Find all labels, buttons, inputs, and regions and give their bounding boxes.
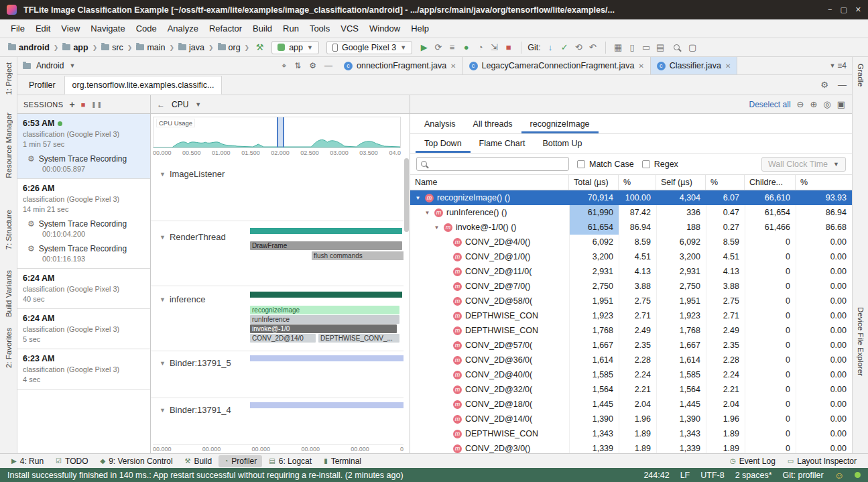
- collapse-all-icon[interactable]: ⇅: [294, 61, 301, 70]
- git-rollback-icon[interactable]: ↶: [586, 42, 599, 53]
- stage-selector[interactable]: CPU: [172, 100, 188, 109]
- status-message[interactable]: Install successfully finished in 140 ms.…: [7, 471, 633, 480]
- trace-recording-item[interactable]: ⚙System Trace Recording: [21, 154, 146, 164]
- menu-code[interactable]: Code: [131, 21, 162, 36]
- table-row[interactable]: ▼mrunInference() ()61,99087.423360.4761,…: [410, 205, 852, 220]
- editor-tab-onnectionfragment-java[interactable]: connectionFragment.java✕: [338, 57, 463, 74]
- trace-event-depthwise-conv[interactable]: DEPTHWISE_CONV_...: [318, 334, 399, 343]
- session-card[interactable]: 6:24 AMclassification (Google Pixel 3)5 …: [17, 309, 150, 349]
- table-row[interactable]: mCONV_2D@11/0(2,9314.132,9314.1300.00: [410, 264, 852, 279]
- git-history-icon[interactable]: ⟲: [572, 42, 585, 53]
- locate-file-icon[interactable]: ⌖: [282, 61, 286, 70]
- attach-debugger-icon[interactable]: ⇲: [488, 42, 501, 53]
- close-icon[interactable]: ✕: [450, 62, 456, 70]
- trace-event-runinference[interactable]: runInference: [250, 315, 399, 324]
- menu-file[interactable]: File: [5, 21, 30, 36]
- column-header-self-s[interactable]: Self (µs): [656, 175, 706, 190]
- table-row[interactable]: mCONV_2D@58/0(1,9512.751,9512.7500.00: [410, 294, 852, 308]
- menu-build[interactable]: Build: [247, 21, 277, 36]
- breadcrumb-main[interactable]: main: [135, 42, 166, 53]
- regex-checkbox[interactable]: Regex: [642, 160, 678, 169]
- toolwindow-button-profiler[interactable]: ◔Profiler: [219, 455, 262, 467]
- table-row[interactable]: mCONV_2D@57/0(1,6672.351,6672.3500.00: [410, 338, 852, 353]
- run-configurations-icon[interactable]: ≡: [446, 42, 458, 53]
- stripe-button-resource-manager[interactable]: Resource Manager: [5, 113, 13, 178]
- editor-tab-classifier-java[interactable]: cClassifier.java✕: [651, 57, 738, 74]
- column-header-total-s[interactable]: Total (µs): [569, 175, 619, 190]
- zoom-to-selection-icon[interactable]: ▣: [837, 99, 845, 109]
- table-row[interactable]: ▼minvoke@-1/0() ()61,65486.941880.2761,4…: [410, 220, 852, 235]
- breadcrumb-org[interactable]: org: [216, 42, 242, 53]
- session-card[interactable]: 6:53 AMclassification (Google Pixel 3)1 …: [17, 114, 150, 179]
- table-row[interactable]: mCONV_2D@4/0()6,0928.596,0928.5900.00: [410, 235, 852, 249]
- trace-event-drawframe[interactable]: DrawFrame: [250, 241, 402, 250]
- gear-icon[interactable]: ⚙: [820, 80, 828, 90]
- selected-range-band[interactable]: [277, 117, 284, 147]
- expand-arrow-icon[interactable]: ▼: [433, 225, 440, 231]
- stripe-button-7-structure[interactable]: 7: Structure: [5, 210, 13, 249]
- menu-window[interactable]: Window: [364, 21, 406, 36]
- menu-refactor[interactable]: Refactor: [204, 21, 247, 36]
- trace-recording-item[interactable]: ⚙System Trace Recording: [21, 244, 146, 253]
- device-selector[interactable]: Google Pixel 3 ▼: [326, 41, 412, 54]
- file-encoding[interactable]: UTF-8: [700, 471, 724, 480]
- reset-zoom-icon[interactable]: ◎: [823, 99, 830, 109]
- profile-avatar-icon[interactable]: ▢: [686, 42, 699, 53]
- hide-panel-icon[interactable]: —: [324, 61, 332, 70]
- back-arrow-icon[interactable]: ←: [157, 100, 165, 109]
- hidden-tabs-dropdown[interactable]: ▼ ≡4: [824, 57, 852, 74]
- toolwindow-button-4-run[interactable]: ▶4: Run: [6, 455, 49, 467]
- trace-event-conv2d[interactable]: CONV_2D@14/0: [250, 334, 316, 343]
- toolwindow-button-9-version-control[interactable]: ◆9: Version Control: [95, 455, 178, 467]
- trace-event-recognizeimage[interactable]: recognizeImage: [250, 306, 399, 314]
- menu-analyze[interactable]: Analyze: [162, 21, 204, 36]
- expand-arrow-icon[interactable]: ▼: [414, 195, 422, 201]
- toolwindow-button-todo[interactable]: ☑TODO: [50, 455, 93, 467]
- close-icon[interactable]: ✕: [725, 62, 731, 70]
- table-row[interactable]: mCONV_2D@40/0(1,5852.241,5852.2400.00: [410, 367, 852, 382]
- table-row[interactable]: mDEPTHWISE_CON1,7682.491,7682.4900.00: [410, 323, 852, 338]
- menu-view[interactable]: View: [56, 21, 85, 36]
- view-tab-flame-chart[interactable]: Flame Chart: [471, 134, 534, 153]
- menu-tools[interactable]: Tools: [304, 21, 335, 36]
- toolwindow-button-build[interactable]: ⚒Build: [180, 455, 218, 467]
- collapse-triangle-icon[interactable]: ▼: [160, 171, 166, 178]
- zoom-out-icon[interactable]: ⊖: [797, 99, 804, 109]
- menu-edit[interactable]: Edit: [30, 21, 56, 36]
- stripe-button-1-project[interactable]: 1: Project: [5, 62, 13, 95]
- collapse-triangle-icon[interactable]: ▼: [160, 360, 166, 367]
- table-row[interactable]: ▼mrecognizeImage() ()70,914100.004,3046.…: [410, 190, 852, 205]
- thread-track-binder4[interactable]: ▼ Binder:13791_4: [151, 398, 404, 442]
- device-manager-icon[interactable]: ▯: [626, 42, 639, 53]
- expand-arrow-icon[interactable]: ▼: [424, 210, 431, 216]
- menu-run[interactable]: Run: [277, 21, 304, 36]
- clock-type-selector[interactable]: Wall Clock Time ▼: [761, 157, 846, 172]
- stripe-button-device-file-explorer[interactable]: Device File Explorer: [857, 307, 865, 376]
- analysis-tab-all-threads[interactable]: All threads: [464, 114, 521, 133]
- feedback-smiley-icon[interactable]: ☺: [834, 470, 844, 481]
- cpu-usage-chart[interactable]: CPU Usage: [153, 117, 401, 148]
- view-tab-top-down[interactable]: Top Down: [416, 134, 471, 153]
- project-view-selector[interactable]: Android: [36, 61, 64, 70]
- line-separator[interactable]: LF: [680, 471, 690, 480]
- trace-event-flush-commands[interactable]: flush commands: [312, 251, 404, 260]
- hide-panel-icon[interactable]: —: [838, 80, 847, 90]
- run-icon[interactable]: ▶: [418, 42, 430, 53]
- thread-track-renderthread[interactable]: ▼ RenderThread DrawFrame flush commands: [151, 221, 404, 286]
- stripe-button-2-favorites[interactable]: 2: Favorites: [5, 328, 13, 368]
- table-row[interactable]: mDEPTHWISE_CON1,3431.891,3431.8900.00: [410, 426, 852, 441]
- menu-help[interactable]: Help: [406, 21, 434, 36]
- git-branch[interactable]: Git: profiler: [783, 471, 824, 480]
- table-row[interactable]: mDEPTHWISE_CON1,9232.711,9232.7100.00: [410, 308, 852, 323]
- caret-position[interactable]: 244:42: [643, 471, 669, 480]
- close-icon[interactable]: ✕: [638, 62, 643, 70]
- table-row[interactable]: mCONV_2D@18/0(1,4452.041,4452.0400.00: [410, 397, 852, 412]
- add-session-icon[interactable]: +: [69, 99, 74, 110]
- table-row[interactable]: mCONV_2D@14/0(1,3901.961,3901.9600.00: [410, 412, 852, 426]
- collapse-triangle-icon[interactable]: ▼: [160, 234, 166, 241]
- pause-icon[interactable]: ❚❚: [91, 101, 103, 108]
- menu-navigate[interactable]: Navigate: [85, 21, 130, 36]
- analysis-tab-analysis[interactable]: Analysis: [416, 114, 464, 133]
- column-header-[interactable]: %: [619, 175, 656, 190]
- breadcrumb-src[interactable]: src: [100, 42, 125, 53]
